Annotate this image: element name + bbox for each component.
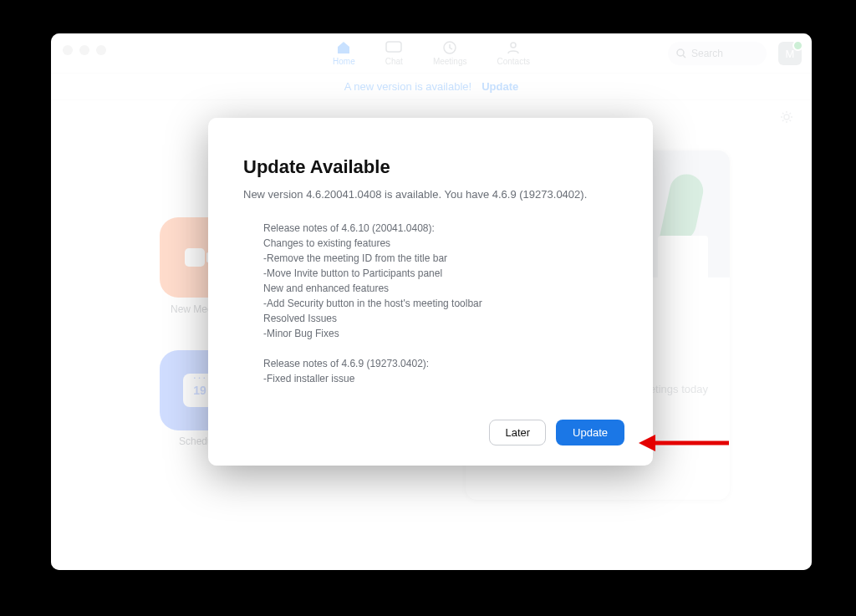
contacts-icon — [505, 40, 522, 55]
tab-chat[interactable]: Chat — [385, 40, 403, 66]
settings-gear-icon[interactable] — [780, 110, 793, 124]
svg-point-5 — [784, 115, 789, 120]
home-icon — [335, 40, 352, 55]
svg-rect-6 — [185, 248, 205, 267]
tab-chat-label: Chat — [385, 57, 403, 66]
calendar-day: 19 — [193, 384, 206, 397]
search-placeholder: Search — [691, 48, 723, 59]
later-button[interactable]: Later — [489, 420, 546, 445]
chat-icon — [385, 40, 402, 55]
svg-point-3 — [677, 49, 684, 56]
svg-line-4 — [683, 55, 685, 58]
release-notes: Release notes of 4.6.10 (20041.0408): Ch… — [243, 221, 618, 386]
search-input[interactable]: Search — [668, 42, 767, 65]
dialog-buttons: Later Update — [489, 420, 624, 445]
avatar-initial: M — [786, 48, 795, 60]
tab-meetings[interactable]: Meetings — [433, 40, 467, 66]
tab-contacts-label: Contacts — [497, 57, 529, 66]
clock-icon — [441, 40, 458, 55]
tab-home[interactable]: Home — [333, 40, 355, 66]
tab-home-label: Home — [333, 57, 355, 66]
update-banner: A new version is available! Update — [51, 74, 812, 100]
update-dialog: Update Available New version 4.6.20041.0… — [208, 118, 653, 466]
banner-update-link[interactable]: Update — [482, 80, 518, 93]
tab-meetings-label: Meetings — [433, 57, 467, 66]
search-icon — [676, 48, 686, 59]
svg-marker-8 — [639, 435, 655, 451]
update-button[interactable]: Update — [556, 420, 624, 445]
dialog-subhead: New version 4.6.20041.0408 is available.… — [243, 188, 618, 201]
banner-text: A new version is available! — [344, 80, 471, 93]
tab-contacts[interactable]: Contacts — [497, 40, 529, 66]
svg-point-2 — [511, 43, 516, 48]
avatar[interactable]: M — [778, 42, 802, 65]
dialog-title: Update Available — [243, 156, 618, 178]
annotation-arrow — [639, 432, 731, 454]
svg-rect-0 — [386, 42, 401, 52]
